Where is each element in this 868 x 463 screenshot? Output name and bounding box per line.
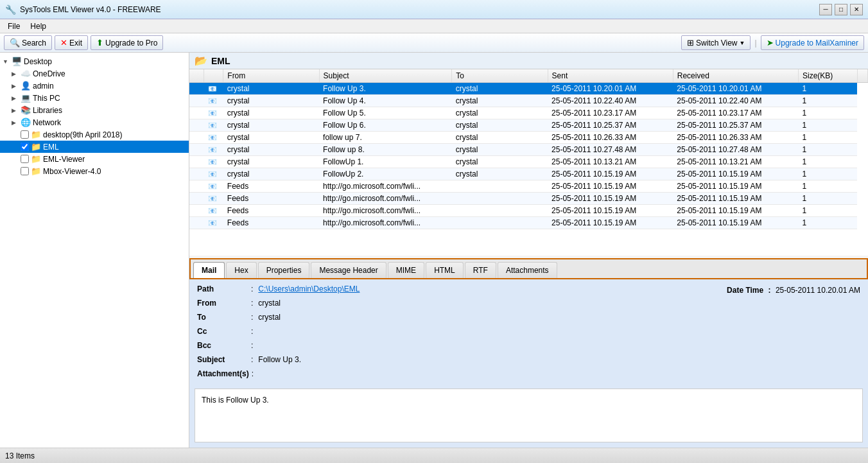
tree-label-onedrive: OneDrive [33, 69, 65, 78]
cell-subject: Follow Up 5. [319, 107, 452, 119]
tab-message-header[interactable]: Message Header [311, 262, 386, 278]
table-row[interactable]: 📧 crystal Follow Up 3. crystal 25-05-201… [189, 83, 868, 95]
cell-subject: http://go.microsoft.com/fwli... [319, 217, 452, 229]
cell-from: Feeds [223, 180, 319, 193]
tab-mime[interactable]: MIME [388, 262, 424, 278]
cell-subject: http://go.microsoft.com/fwli... [319, 193, 452, 205]
tree-label-eml: EML [43, 143, 59, 152]
tree-item-eml-viewer[interactable]: 📁 EML-Viewer [0, 153, 189, 165]
tree-item-eml[interactable]: 📁 EML [0, 141, 189, 153]
tree-label-desktop-april: desktop(9th April 2018) [43, 130, 122, 139]
preview-path-value[interactable]: C:\Users\admin\Desktop\EML [258, 284, 360, 293]
menu-file[interactable]: File [3, 21, 25, 32]
col-header-size[interactable]: Size(KB) [799, 69, 858, 83]
tree-item-network[interactable]: ▶ 🌐 Network [0, 116, 189, 128]
tab-properties[interactable]: Properties [258, 262, 310, 278]
table-row[interactable]: 📧 crystal Follow Up 4. crystal 25-05-201… [189, 95, 868, 107]
cell-sent: 25-05-2011 10.23.17 AM [548, 107, 673, 119]
cell-size: 1 [799, 168, 858, 180]
cell-sent: 25-05-2011 10.13.21 AM [548, 156, 673, 168]
tree-arrow-eml-viewer [12, 156, 21, 162]
upgrade-mailxaminer-icon: ➤ [767, 38, 774, 48]
col-header-flag[interactable] [189, 69, 204, 83]
tab-hex[interactable]: Hex [226, 262, 256, 278]
upgrade-mailxaminer-button[interactable]: ➤ Upgrade to MailXaminer [761, 35, 864, 50]
tree-item-thispc[interactable]: ▶ 💻 This PC [0, 92, 189, 104]
col-header-extra [857, 69, 867, 83]
tree-checkbox-eml[interactable] [21, 143, 29, 151]
cell-attach: 📧 [204, 156, 223, 168]
cell-sent: 25-05-2011 10.15.19 AM [548, 217, 673, 229]
cell-to [452, 193, 548, 205]
preview-field-attachments: Attachment(s) : [189, 367, 719, 381]
tab-rtf[interactable]: RTF [465, 262, 496, 278]
cell-from: Feeds [223, 193, 319, 205]
cell-size: 1 [799, 180, 858, 193]
tree-item-admin[interactable]: ▶ 👤 admin [0, 80, 189, 92]
table-row[interactable]: 📧 crystal Follow up 8. crystal 25-05-201… [189, 144, 868, 156]
minimize-button[interactable]: ─ [819, 4, 832, 15]
folder-icon-eml-viewer: 📁 [31, 154, 41, 164]
tab-html[interactable]: HTML [426, 262, 464, 278]
table-row[interactable]: 📧 Feeds http://go.microsoft.com/fwli... … [189, 180, 868, 193]
upgrade-pro-label: Upgrade to Pro [105, 39, 157, 48]
cell-from: Feeds [223, 205, 319, 217]
cell-received: 25-05-2011 10.15.19 AM [673, 205, 798, 217]
tree-item-onedrive[interactable]: ▶ ☁️ OneDrive [0, 67, 189, 80]
tree-item-desktop-april[interactable]: 📁 desktop(9th April 2018) [0, 128, 189, 141]
tab-mail[interactable]: Mail [193, 262, 225, 278]
switch-view-button[interactable]: ⊞ Switch View ▼ [681, 35, 751, 50]
preview-datetime-colon: : [768, 286, 771, 295]
exit-button[interactable]: ✕ Exit [55, 35, 88, 50]
preview-body: This is Follow Up 3. [195, 389, 863, 442]
table-row[interactable]: 📧 crystal FollowUp 1. crystal 25-05-2011… [189, 156, 868, 168]
table-row[interactable]: 📧 crystal Follow Up 5. crystal 25-05-201… [189, 107, 868, 119]
table-row[interactable]: 📧 crystal follow up 7. crystal 25-05-201… [189, 132, 868, 144]
cell-to [452, 205, 548, 217]
cell-to: crystal [452, 132, 548, 144]
tree-arrow-desktop: ▼ [3, 58, 12, 65]
tree-checkbox-desktop-april[interactable] [21, 130, 29, 139]
table-row[interactable]: 📧 crystal FollowUp 2. crystal 25-05-2011… [189, 168, 868, 180]
eml-title: EML [211, 56, 230, 66]
tree-checkbox-mbox[interactable] [21, 167, 29, 175]
title-bar-text: SysTools EML Viewer v4.0 - FREEWARE [20, 5, 819, 14]
eml-folder-icon: 📂 [195, 55, 207, 67]
cell-subject: FollowUp 2. [319, 168, 452, 180]
preview-bcc-colon: : [251, 341, 253, 350]
table-row[interactable]: 📧 Feeds http://go.microsoft.com/fwli... … [189, 193, 868, 205]
main-layout: ▼ 🖥️ Desktop ▶ ☁️ OneDrive ▶ 👤 admin ▶ 💻… [0, 53, 868, 448]
close-button[interactable]: ✕ [850, 4, 863, 15]
admin-icon: 👤 [21, 81, 31, 91]
upgrade-pro-button[interactable]: ⬆ Upgrade to Pro [91, 35, 163, 50]
table-row[interactable]: 📧 crystal Follow Up 6. crystal 25-05-201… [189, 119, 868, 132]
cell-sent: 25-05-2011 10.20.01 AM [548, 83, 673, 95]
menu-help[interactable]: Help [25, 21, 51, 32]
col-header-from[interactable]: From [223, 69, 319, 83]
cell-attach: 📧 [204, 83, 223, 95]
tree-checkbox-eml-viewer[interactable] [21, 155, 29, 163]
col-header-subject[interactable]: Subject [319, 69, 452, 83]
right-panel: 📂 EML From Subject To Sent Received Size… [189, 53, 868, 448]
search-button[interactable]: 🔍 Search [4, 35, 52, 50]
col-header-sent[interactable]: Sent [548, 69, 673, 83]
cell-sent: 25-05-2011 10.15.19 AM [548, 193, 673, 205]
tab-bar: MailHexPropertiesMessage HeaderMIMEHTMLR… [189, 258, 868, 279]
col-header-to[interactable]: To [452, 69, 548, 83]
tab-attachments[interactable]: Attachments [498, 262, 557, 278]
col-header-attach[interactable] [204, 69, 223, 83]
tree-item-desktop[interactable]: ▼ 🖥️ Desktop [0, 55, 189, 67]
col-header-received[interactable]: Received [673, 69, 798, 83]
table-row[interactable]: 📧 Feeds http://go.microsoft.com/fwli... … [189, 217, 868, 229]
cell-attach: 📧 [204, 205, 223, 217]
tree-item-mbox-viewer[interactable]: 📁 Mbox-Viewer-4.0 [0, 165, 189, 177]
preview-date-section: Date Time : 25-05-2011 10.20.01 AM [719, 282, 868, 299]
desktop-icon: 🖥️ [12, 57, 22, 66]
tree-item-libraries[interactable]: ▶ 📚 Libraries [0, 104, 189, 116]
preview-field-bcc: Bcc : [189, 338, 719, 353]
cell-received: 25-05-2011 10.22.40 AM [673, 95, 798, 107]
maximize-button[interactable]: □ [835, 4, 847, 15]
email-list-container[interactable]: From Subject To Sent Received Size(KB) 📧… [189, 69, 868, 256]
table-row[interactable]: 📧 Feeds http://go.microsoft.com/fwli... … [189, 205, 868, 217]
cell-flag [189, 132, 204, 144]
